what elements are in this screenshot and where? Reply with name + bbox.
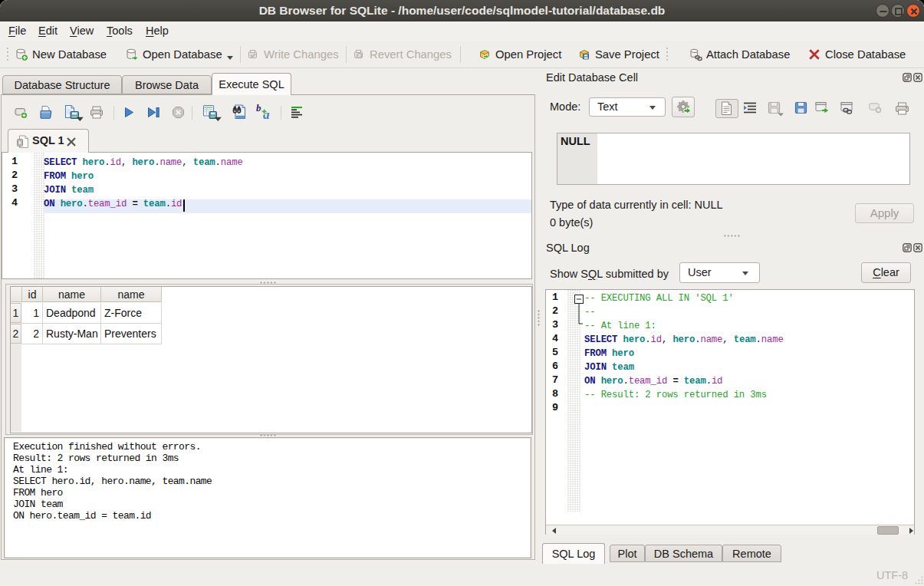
svg-text:b: b [256, 104, 261, 114]
